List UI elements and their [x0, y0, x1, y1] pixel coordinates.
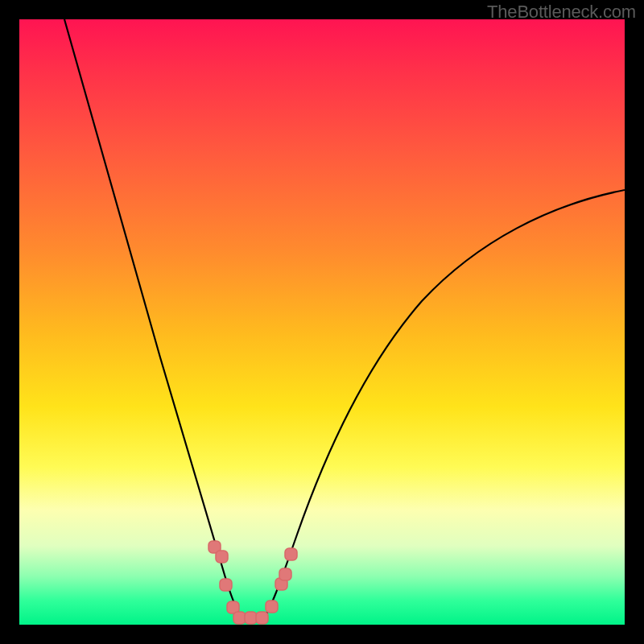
svg-rect-10: [285, 548, 297, 560]
svg-rect-2: [220, 579, 232, 591]
chart-plot-area: [19, 19, 625, 625]
chart-frame: TheBottleneck.com: [0, 0, 644, 644]
curve-markers: [208, 541, 297, 624]
bottleneck-curve: [19, 19, 625, 625]
svg-rect-1: [216, 551, 228, 563]
svg-rect-9: [279, 568, 291, 580]
svg-rect-6: [256, 612, 268, 624]
curve-path: [64, 19, 625, 621]
watermark-label: TheBottleneck.com: [487, 2, 636, 23]
svg-rect-5: [245, 612, 257, 624]
svg-rect-4: [233, 612, 246, 624]
svg-rect-7: [266, 601, 278, 613]
